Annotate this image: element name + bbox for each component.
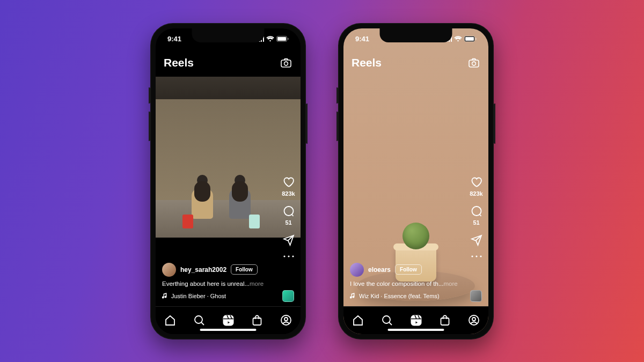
svg-rect-3 <box>281 60 291 67</box>
caption-text: I love the color composition of th... <box>350 280 444 287</box>
audio-thumbnail[interactable] <box>470 290 482 302</box>
battery-icon <box>276 36 289 42</box>
reels-header: Reels <box>156 52 301 73</box>
nav-home[interactable] <box>164 314 177 327</box>
more-button[interactable] <box>283 255 295 258</box>
wifi-icon <box>454 36 462 42</box>
status-time: 9:41 <box>167 35 181 43</box>
caption[interactable]: I love the color composition of th...mor… <box>350 280 482 287</box>
battery-icon <box>464 36 477 42</box>
username[interactable]: eloears <box>368 266 391 274</box>
reels-header: Reels <box>343 52 488 73</box>
cactus-plant <box>402 223 429 249</box>
comment-button[interactable]: 51 <box>470 205 483 226</box>
music-note-icon <box>350 293 356 299</box>
like-button[interactable]: 823k <box>282 175 295 197</box>
follow-button[interactable]: Follow <box>395 264 422 275</box>
svg-point-8 <box>292 255 294 257</box>
reel-info: hey_sarah2002 Follow Everthing about her… <box>162 263 294 302</box>
share-button[interactable] <box>282 234 295 247</box>
more-button[interactable] <box>471 255 482 258</box>
svg-point-20 <box>471 255 473 257</box>
nav-search[interactable] <box>380 314 393 327</box>
nav-home[interactable] <box>352 314 364 327</box>
nav-search[interactable] <box>193 314 206 327</box>
svg-rect-11 <box>253 318 261 325</box>
caption[interactable]: Everthing about here is unreal...more <box>162 280 294 287</box>
comment-count: 51 <box>285 219 291 226</box>
svg-point-27 <box>472 317 475 321</box>
svg-rect-16 <box>475 38 477 40</box>
home-indicator[interactable] <box>388 329 444 331</box>
username[interactable]: hey_sarah2002 <box>180 266 226 274</box>
nav-reels[interactable] <box>222 314 235 327</box>
svg-point-5 <box>284 206 293 216</box>
like-count: 823k <box>470 190 482 197</box>
comment-count: 51 <box>473 219 479 226</box>
svg-point-6 <box>283 255 285 257</box>
svg-point-4 <box>284 62 288 65</box>
svg-point-19 <box>472 206 481 216</box>
phone-screen: 9:41 Reels 823k <box>343 28 488 334</box>
reel-info: eloears Follow I love the color composit… <box>350 263 482 302</box>
svg-point-13 <box>284 317 288 321</box>
page-title: Reels <box>352 56 382 69</box>
svg-rect-2 <box>288 38 289 40</box>
home-indicator[interactable] <box>200 329 257 331</box>
svg-rect-10 <box>223 315 233 326</box>
avatar[interactable] <box>162 263 176 277</box>
audio-text: Wiz Kid · Essence (feat. Tems) <box>359 293 440 299</box>
svg-point-7 <box>288 255 289 257</box>
avatar[interactable] <box>350 263 364 277</box>
nav-profile[interactable] <box>280 314 292 327</box>
nav-reels[interactable] <box>409 314 422 327</box>
svg-point-21 <box>475 255 477 257</box>
action-rail: 823k 51 <box>470 175 483 258</box>
music-note-icon <box>162 293 168 299</box>
audio-thumbnail[interactable] <box>282 290 294 302</box>
phone-mockup-left: 9:41 Reels 823k <box>150 23 306 339</box>
nav-profile[interactable] <box>467 314 480 327</box>
caption-more[interactable]: more <box>444 280 458 287</box>
svg-rect-1 <box>277 37 286 41</box>
phone-notch <box>192 28 265 42</box>
caption-text: Everthing about here is unreal... <box>162 280 250 287</box>
user-row: eloears Follow <box>350 263 482 277</box>
svg-rect-24 <box>411 315 421 326</box>
camera-button[interactable] <box>467 56 480 69</box>
like-button[interactable]: 823k <box>470 175 483 197</box>
phone-side-button <box>494 104 495 144</box>
camera-button[interactable] <box>280 56 292 69</box>
svg-point-23 <box>383 316 390 323</box>
svg-point-18 <box>472 62 476 65</box>
nav-shop[interactable] <box>438 314 451 327</box>
audio-attribution[interactable]: Justin Bieber · Ghost <box>162 293 226 299</box>
status-time: 9:41 <box>355 35 369 43</box>
caption-more[interactable]: more <box>250 280 264 287</box>
phone-screen: 9:41 Reels 823k <box>156 28 301 334</box>
follow-button[interactable]: Follow <box>231 264 258 275</box>
svg-rect-17 <box>469 60 479 67</box>
user-row: hey_sarah2002 Follow <box>162 263 294 277</box>
audio-text: Justin Bieber · Ghost <box>171 293 226 299</box>
svg-point-9 <box>195 316 202 323</box>
phone-mockup-right: 9:41 Reels 823k <box>338 23 494 339</box>
svg-point-22 <box>480 255 481 257</box>
share-button[interactable] <box>470 234 483 247</box>
page-title: Reels <box>164 56 194 69</box>
svg-rect-25 <box>441 318 449 325</box>
comment-button[interactable]: 51 <box>282 205 295 226</box>
nav-shop[interactable] <box>251 314 264 327</box>
reel-image-shoppers <box>156 77 301 238</box>
wifi-icon <box>266 36 274 42</box>
svg-rect-15 <box>465 37 474 41</box>
like-count: 823k <box>282 190 295 197</box>
phone-notch <box>380 28 452 42</box>
audio-attribution[interactable]: Wiz Kid · Essence (feat. Tems) <box>350 293 440 299</box>
action-rail: 823k 51 <box>282 175 295 258</box>
phone-side-button <box>306 104 308 144</box>
